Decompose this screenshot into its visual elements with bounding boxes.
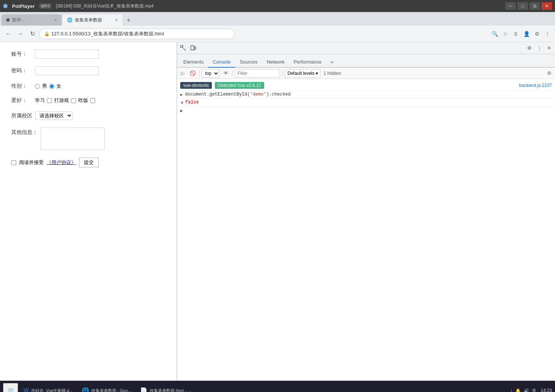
hobby-eat-label: 吃饭 xyxy=(78,97,88,104)
restore-button[interactable]: □ xyxy=(517,2,528,10)
tab-bar: ⬟ 暂停… ✕ 🌐 收集表单数据 ✕ + xyxy=(0,12,555,26)
minimize-button[interactable]: ─ xyxy=(505,2,516,10)
filter-input[interactable] xyxy=(235,69,280,77)
hobby-study-label: 学习 xyxy=(35,97,45,104)
campus-label: 所属校区 xyxy=(11,112,32,119)
tray-volume-icon: 🔊 xyxy=(524,388,529,392)
default-levels-label: Default levels xyxy=(287,71,315,76)
close-button[interactable]: ✕ xyxy=(541,2,552,10)
devtools-more-icon[interactable]: ⋮ xyxy=(535,44,544,53)
hobby-study-checkbox[interactable] xyxy=(47,98,52,103)
extension-icon[interactable]: ⧖ xyxy=(511,29,520,38)
tab-collect-favicon: 🌐 xyxy=(67,17,73,23)
tab-network[interactable]: Network xyxy=(262,57,289,68)
gender-options: 男 女 xyxy=(35,83,61,90)
console-toolbar: ▷ 🚫 top 👁 Default levels ▾ 1 hidden ⚙ xyxy=(177,68,555,79)
vue-detected-badge: Detected Vue v2.6.12 xyxy=(215,82,264,89)
taskbar-item-vscode[interactable]: 📄 收集表单数据.html - ... xyxy=(136,382,195,392)
maximize-button[interactable]: ⧉ xyxy=(529,2,540,10)
console-entry-input: ▶ document.getElementById('demo').checke… xyxy=(177,91,555,99)
chrome-icon: 🌐 xyxy=(82,387,89,392)
tab-paused[interactable]: ⬟ 暂停… ✕ xyxy=(2,14,62,26)
vue-devtools-badge: vue-devtools xyxy=(180,82,212,89)
app-name: PotPlayer xyxy=(12,3,35,9)
console-input-text: document.getElementById('demo').checked xyxy=(185,92,552,97)
tab-more[interactable]: » xyxy=(326,57,338,68)
devtools-window-controls: ⚙ ⋮ ✕ xyxy=(525,44,553,53)
agreement-row: 阅读并接受 《用户协议》 提交 xyxy=(11,158,165,167)
account-input[interactable] xyxy=(35,50,99,59)
menu-icon[interactable]: ⋮ xyxy=(543,29,552,38)
gender-row: 性别： 男 女 xyxy=(11,83,165,90)
browser: ⬟ 暂停… ✕ 🌐 收集表单数据 ✕ + ← → ↻ 🔒 127.0.0.1:5… xyxy=(0,12,555,381)
eye-icon[interactable]: 👁 xyxy=(222,69,230,77)
tray-notifications-icon: 🔔 xyxy=(515,388,521,392)
tab-console[interactable]: Console xyxy=(208,57,235,68)
gender-female-label: 女 xyxy=(56,83,61,90)
password-input[interactable] xyxy=(35,66,99,75)
device-toggle-icon[interactable] xyxy=(189,44,198,53)
devtools-settings-icon[interactable]: ⚙ xyxy=(525,44,534,53)
profile-icon[interactable]: 👤 xyxy=(522,29,531,38)
tab-collect-form[interactable]: 🌐 收集表单数据 ✕ xyxy=(62,14,123,26)
tab-paused-favicon: ⬟ xyxy=(6,17,10,23)
main-content: 账号： 密码： 性别： 男 女 爱好： xyxy=(0,42,555,381)
tab-collect-close[interactable]: ✕ xyxy=(115,18,118,23)
forward-button[interactable]: → xyxy=(15,29,26,39)
campus-row: 所属校区 请选择校区 xyxy=(11,111,165,120)
console-clear-icon[interactable]: 🚫 xyxy=(189,69,197,77)
console-settings-icon[interactable]: ⚙ xyxy=(545,69,553,77)
webpage: 账号： 密码： 性别： 男 女 爱好： xyxy=(0,42,177,381)
password-row: 密码： xyxy=(11,66,165,75)
dropdown-icon: ▾ xyxy=(316,71,318,76)
taskbar: ⊞ W 尚硅谷_Vue全家桶.d... 🌐 收集表单数据 - Goo... 📄 … xyxy=(0,381,555,392)
bookmark-icon[interactable]: ☆ xyxy=(501,29,510,38)
other-info-textarea[interactable] xyxy=(41,128,105,150)
search-icon[interactable]: 🔍 xyxy=(490,29,499,38)
new-tab-button[interactable]: + xyxy=(123,15,134,26)
console-run-icon[interactable]: ▷ xyxy=(179,69,187,77)
agreement-link[interactable]: 《用户协议》 xyxy=(47,159,76,166)
back-button[interactable]: ← xyxy=(3,29,14,39)
expand-arrow-icon[interactable]: ▶ xyxy=(180,92,183,97)
context-select[interactable]: top xyxy=(202,69,219,77)
hobby-eat-checkbox[interactable] xyxy=(90,98,95,103)
gender-female-radio[interactable] xyxy=(49,84,54,89)
hidden-count: 1 hidden xyxy=(324,71,341,76)
tab-paused-label: 暂停… xyxy=(12,17,26,23)
devtools-close-icon[interactable]: ✕ xyxy=(544,44,553,53)
agreement-checkbox[interactable] xyxy=(11,160,16,165)
inspect-element-icon[interactable] xyxy=(179,44,188,53)
gender-label: 性别： xyxy=(11,83,32,90)
reload-button[interactable]: ↻ xyxy=(27,29,38,39)
tray-clock: 14:23 xyxy=(541,388,552,392)
tab-sources[interactable]: Sources xyxy=(235,57,262,68)
devtools-panel: ⚙ ⋮ ✕ Elements Console Sources Network P… xyxy=(177,42,555,381)
taskbar-item-chrome[interactable]: 🌐 收集表单数据 - Goo... xyxy=(78,382,135,392)
console-cursor-row[interactable]: ▶ xyxy=(177,107,555,115)
address-text: 127.0.0.1:5500/13_收集表单数据/收集表单数据.html xyxy=(51,30,164,37)
tab-performance[interactable]: Performance xyxy=(289,57,326,68)
address-box[interactable]: 🔒 127.0.0.1:5500/13_收集表单数据/收集表单数据.html xyxy=(39,29,235,39)
vscode-label: 收集表单数据.html - ... xyxy=(150,388,191,392)
campus-select[interactable]: 请选择校区 xyxy=(35,111,73,120)
extensions-puzzle-icon[interactable]: ⚙ xyxy=(532,29,541,38)
format-badge: MP4 xyxy=(39,3,52,9)
titlebar: ⬟ PotPlayer MP4 [38/168] 038_尚硅谷Vue技术_收集… xyxy=(0,0,555,12)
backend-link[interactable]: backend.js:2237 xyxy=(519,83,552,88)
start-button[interactable]: ⊞ xyxy=(3,383,18,392)
taskbar-item-word[interactable]: W 尚硅谷_Vue全家桶.d... xyxy=(20,382,76,392)
default-levels-button[interactable]: Default levels ▾ xyxy=(285,69,321,77)
gender-male-label: 男 xyxy=(42,83,47,90)
vscode-icon: 📄 xyxy=(140,387,147,392)
track-info: [38/168] 038_尚硅谷Vue技术_收集表单数据.mp4 xyxy=(56,3,154,9)
submit-button[interactable]: 提交 xyxy=(79,158,99,167)
gender-male-radio[interactable] xyxy=(35,84,40,89)
tab-elements[interactable]: Elements xyxy=(179,57,208,68)
hobby-game-checkbox[interactable] xyxy=(71,98,76,103)
result-arrow-icon: ◀ xyxy=(180,100,183,105)
hobby-options: 学习 打游戏 吃饭 xyxy=(35,97,95,104)
tab-paused-close[interactable]: ✕ xyxy=(54,18,57,23)
svg-rect-1 xyxy=(191,46,194,50)
hobby-row: 爱好： 学习 打游戏 吃饭 xyxy=(11,97,165,104)
